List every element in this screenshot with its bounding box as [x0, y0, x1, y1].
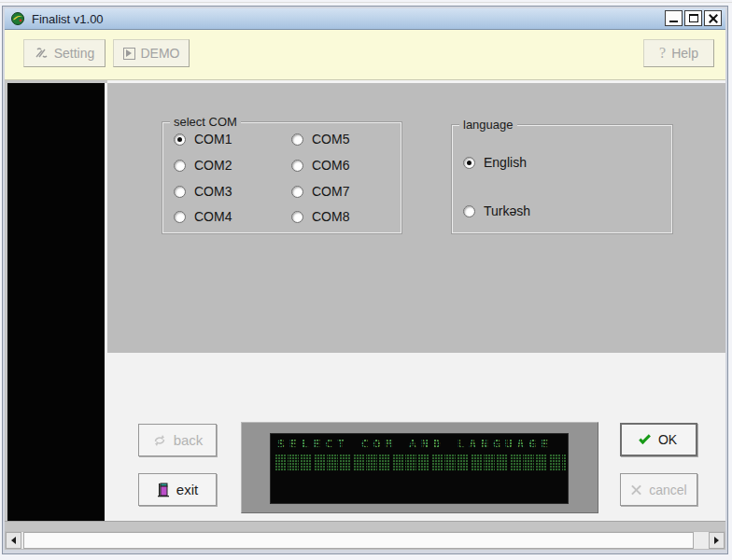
- radio-circle[interactable]: [291, 160, 303, 172]
- left-arrow-icon: [11, 537, 16, 544]
- window-title: Finalist v1.00: [32, 12, 104, 26]
- radio-label: COM8: [312, 209, 349, 224]
- led-blocks-row: [274, 455, 566, 471]
- radio-option-com6[interactable]: COM6: [291, 158, 349, 173]
- scroll-left-button[interactable]: [6, 532, 21, 549]
- radio-option-com1[interactable]: COM1: [174, 132, 232, 147]
- radio-label: COM2: [194, 158, 232, 173]
- bottom-strip: [5, 521, 725, 531]
- x-icon: [630, 483, 642, 496]
- toolbar: Setting DEMO ? Help: [5, 30, 725, 80]
- exit-button-label: exit: [176, 482, 198, 497]
- led-screen: SELECT COM AND LANGUAGE: [270, 433, 569, 504]
- radio-label: COM4: [194, 209, 232, 224]
- radio-label: COM3: [194, 184, 232, 199]
- cancel-button[interactable]: cancel: [620, 473, 697, 506]
- minimize-icon: [669, 21, 678, 22]
- radio-option-turkish[interactable]: Turkəsh: [463, 203, 530, 218]
- ok-button[interactable]: OK: [620, 423, 697, 456]
- background-line: [0, 2, 732, 3]
- radio-label: COM7: [312, 184, 349, 199]
- radio-option-com8[interactable]: COM8: [291, 209, 349, 224]
- radio-circle[interactable]: [174, 186, 186, 198]
- radio-label: COM5: [312, 132, 349, 147]
- radio-circle[interactable]: [291, 133, 303, 146]
- radio-circle[interactable]: [291, 211, 303, 223]
- radio-circle[interactable]: [463, 157, 475, 169]
- radio-circle[interactable]: [174, 211, 186, 223]
- radio-circle[interactable]: [291, 186, 303, 198]
- exit-button[interactable]: exit: [138, 473, 217, 506]
- check-icon: [639, 432, 651, 444]
- led-panel: SELECT COM AND LANGUAGE: [241, 422, 598, 513]
- radio-circle[interactable]: [463, 205, 475, 217]
- back-button-label: back: [174, 432, 204, 448]
- radio-label: COM6: [312, 158, 349, 173]
- client-area: select COM COM1 COM2 COM3: [5, 80, 725, 521]
- setting-button-label: Setting: [54, 46, 95, 61]
- language-groupbox-title: language: [459, 118, 517, 132]
- help-button[interactable]: ? Help: [643, 39, 714, 67]
- radio-circle[interactable]: [174, 133, 186, 146]
- maximize-button[interactable]: [684, 10, 702, 26]
- radio-option-english[interactable]: English: [463, 155, 527, 170]
- radio-option-com4[interactable]: COM4: [174, 209, 232, 224]
- radio-circle[interactable]: [174, 160, 186, 172]
- radio-option-com2[interactable]: COM2: [174, 158, 232, 173]
- content-area: select COM COM1 COM2 COM3: [107, 80, 725, 521]
- radio-label: COM1: [194, 132, 232, 147]
- com-groupbox: select COM COM1 COM2 COM3: [162, 121, 402, 234]
- side-panel: [7, 83, 105, 521]
- led-text: SELECT COM AND LANGUAGE: [277, 437, 563, 453]
- back-button[interactable]: back: [138, 424, 217, 456]
- radio-label: English: [484, 155, 527, 170]
- settings-section: select COM COM1 COM2 COM3: [107, 83, 725, 353]
- radio-option-com3[interactable]: COM3: [174, 184, 232, 199]
- question-mark-icon: ?: [659, 45, 666, 62]
- exit-door-icon: [157, 483, 170, 497]
- right-arrow-icon: [714, 537, 719, 544]
- radio-label: Turkəsh: [484, 203, 530, 218]
- scroll-right-button[interactable]: [709, 532, 725, 549]
- setting-button[interactable]: Setting: [23, 39, 106, 67]
- tools-icon: [35, 47, 49, 60]
- horizontal-scrollbar[interactable]: [5, 531, 725, 550]
- help-button-label: Help: [671, 46, 698, 61]
- language-groupbox: language English Turkəsh: [451, 124, 673, 234]
- play-icon: [123, 48, 135, 60]
- demo-button-label: DEMO: [141, 46, 180, 61]
- window-controls: [665, 10, 722, 26]
- radio-option-com5[interactable]: COM5: [291, 132, 349, 147]
- minimize-button[interactable]: [665, 10, 683, 26]
- cancel-button-label: cancel: [649, 483, 686, 497]
- app-window: Finalist v1.00 Setting DEMO ? Help: [2, 6, 728, 554]
- scroll-thumb[interactable]: [23, 532, 694, 549]
- titlebar: Finalist v1.00: [5, 8, 725, 30]
- close-button[interactable]: [704, 10, 722, 26]
- ok-button-label: OK: [658, 432, 677, 447]
- com-groupbox-title: select COM: [170, 115, 241, 129]
- app-logo-icon: [10, 11, 25, 26]
- maximize-icon: [689, 14, 698, 22]
- demo-button[interactable]: DEMO: [113, 39, 190, 67]
- radio-option-com7[interactable]: COM7: [291, 184, 349, 199]
- refresh-icon: [152, 434, 167, 447]
